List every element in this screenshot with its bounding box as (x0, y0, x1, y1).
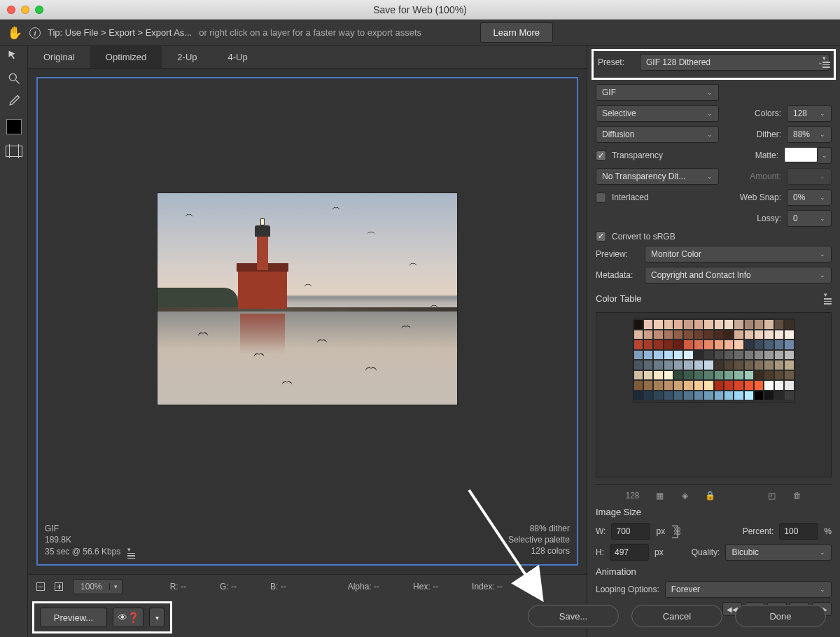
color-swatch[interactable] (714, 380, 724, 391)
color-swatch[interactable] (714, 350, 724, 360)
color-table-grid[interactable] (633, 318, 795, 402)
color-swatch[interactable] (724, 380, 734, 391)
color-swatch[interactable] (653, 391, 663, 401)
color-swatch[interactable] (694, 330, 704, 340)
color-swatch[interactable] (724, 319, 734, 330)
color-swatch[interactable] (704, 370, 713, 381)
color-swatch[interactable] (673, 330, 683, 340)
color-swatch[interactable] (683, 391, 693, 401)
color-swatch[interactable] (643, 370, 653, 381)
plus-icon[interactable] (55, 582, 63, 591)
matte-dropdown[interactable]: ⌄ (818, 147, 832, 164)
color-swatch[interactable] (664, 330, 673, 340)
color-swatch[interactable] (664, 319, 673, 330)
color-swatch[interactable] (673, 370, 683, 381)
height-input[interactable] (610, 544, 649, 561)
color-table-menu-icon[interactable] (824, 291, 832, 304)
color-swatch[interactable] (673, 391, 683, 401)
color-swatch[interactable] (764, 391, 774, 401)
matte-color-swatch[interactable] (784, 147, 818, 162)
color-swatch[interactable] (744, 391, 754, 401)
slice-select-tool[interactable] (4, 46, 24, 66)
color-swatch[interactable] (634, 391, 643, 401)
color-swatch[interactable] (784, 380, 794, 391)
color-swatch[interactable] (734, 370, 743, 381)
color-swatch[interactable] (774, 391, 784, 401)
color-swatch[interactable] (643, 340, 653, 350)
interlaced-checkbox[interactable] (596, 192, 606, 203)
width-input[interactable] (611, 523, 650, 540)
color-swatch[interactable] (673, 350, 683, 360)
cancel-button[interactable]: Cancel (631, 605, 722, 627)
color-swatch[interactable] (754, 350, 764, 360)
color-swatch[interactable] (653, 370, 663, 381)
color-swatch[interactable] (634, 350, 643, 360)
color-swatch[interactable] (634, 330, 643, 340)
color-swatch[interactable] (704, 380, 713, 391)
color-swatch[interactable] (774, 370, 784, 381)
color-swatch[interactable] (664, 380, 673, 391)
map-to-transparent-icon[interactable]: ▦ (655, 491, 665, 500)
color-swatch[interactable] (764, 319, 774, 330)
color-swatch[interactable] (734, 330, 743, 340)
color-swatch[interactable] (734, 340, 743, 350)
color-reduction-dropdown[interactable]: Selective⌄ (596, 105, 719, 122)
preview-button[interactable]: Preview... (40, 608, 107, 627)
color-swatch[interactable] (734, 360, 743, 370)
dither-algorithm-dropdown[interactable]: Diffusion⌄ (596, 126, 719, 143)
tab-optimized[interactable]: Optimized (90, 46, 162, 68)
browser-preview-icon-button[interactable]: 👁❓ (113, 608, 144, 627)
link-dimensions-icon[interactable]: ┐⛓┘ (672, 522, 683, 541)
color-swatch[interactable] (653, 330, 663, 340)
tab-2up[interactable]: 2-Up (162, 46, 212, 68)
color-swatch[interactable] (694, 340, 704, 350)
color-swatch[interactable] (634, 370, 643, 381)
color-swatch[interactable] (704, 330, 713, 340)
color-swatch[interactable] (653, 380, 663, 391)
convert-srgb-checkbox[interactable]: ✓ (596, 231, 606, 241)
color-swatch[interactable] (764, 330, 774, 340)
color-swatch[interactable] (784, 370, 794, 381)
color-swatch[interactable] (683, 370, 693, 381)
save-button[interactable]: Save... (528, 605, 619, 627)
color-swatch[interactable] (754, 319, 764, 330)
color-swatch[interactable] (724, 340, 734, 350)
color-swatch[interactable] (734, 391, 743, 401)
color-swatch[interactable] (744, 370, 754, 381)
color-swatch[interactable] (744, 350, 754, 360)
color-swatch[interactable] (683, 340, 693, 350)
color-swatch[interactable] (634, 380, 643, 391)
preset-dropdown[interactable]: GIF 128 Dithered⌄ (640, 54, 830, 71)
preview-profile-dropdown[interactable]: Monitor Color⌄ (645, 246, 832, 262)
color-swatch[interactable] (754, 330, 764, 340)
transparency-checkbox[interactable]: ✓ (596, 150, 606, 161)
color-swatch[interactable] (683, 350, 693, 360)
dither-amount-stepper[interactable]: 88%⌄ (787, 126, 832, 143)
color-swatch[interactable] (673, 340, 683, 350)
color-swatch[interactable] (643, 360, 653, 370)
color-swatch[interactable] (704, 360, 713, 370)
browser-preview-dropdown[interactable]: ▾ (149, 608, 164, 627)
color-swatch[interactable] (683, 380, 693, 391)
color-swatch[interactable] (634, 360, 643, 370)
metadata-dropdown[interactable]: Copyright and Contact Info⌄ (645, 267, 832, 284)
color-swatch[interactable] (714, 391, 724, 401)
color-swatch[interactable] (704, 319, 713, 330)
shift-websafe-icon[interactable]: ◈ (680, 491, 690, 500)
color-swatch[interactable] (664, 360, 673, 370)
new-color-icon[interactable]: ◰ (767, 491, 777, 500)
color-swatch[interactable] (653, 360, 663, 370)
color-swatch[interactable] (784, 330, 794, 340)
color-swatch[interactable] (734, 380, 743, 391)
color-swatch[interactable] (754, 370, 764, 381)
tab-4up[interactable]: 4-Up (213, 46, 263, 68)
tab-original[interactable]: Original (28, 46, 90, 68)
color-swatch[interactable] (754, 360, 764, 370)
color-swatch[interactable] (764, 340, 774, 350)
download-speed-menu-icon[interactable] (127, 546, 135, 559)
color-swatch[interactable] (653, 350, 663, 360)
color-swatch[interactable] (694, 319, 704, 330)
color-swatch[interactable] (734, 319, 743, 330)
color-swatch[interactable] (724, 350, 734, 360)
color-swatch[interactable] (683, 330, 693, 340)
